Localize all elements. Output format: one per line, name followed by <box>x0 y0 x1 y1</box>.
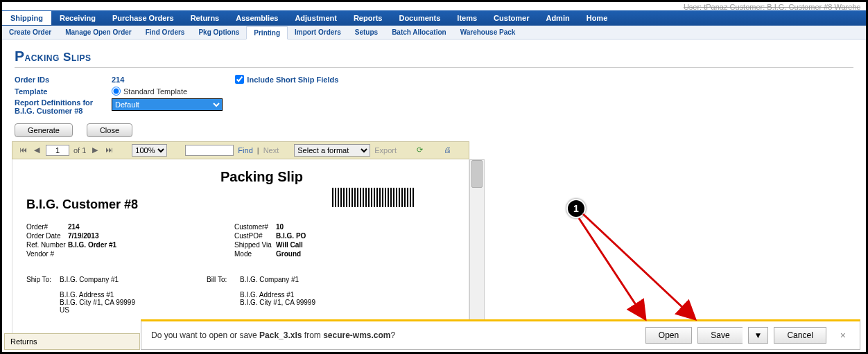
cancel-button[interactable]: Cancel <box>774 327 826 344</box>
order-ids-label: Order IDs <box>15 76 112 84</box>
shipto-label: Ship To: <box>26 276 60 314</box>
address-line: B.I.G. Address #1 <box>240 291 315 299</box>
mainnav-item-assemblies[interactable]: Assemblies <box>227 11 286 25</box>
mainnav-item-purchase-orders[interactable]: Purchase Orders <box>104 11 182 25</box>
top-user-info: User: tPanaz Customer: B.I.G. Customer #… <box>684 3 860 11</box>
next-page-icon[interactable]: ▶ <box>90 145 100 155</box>
subnav-item-pkg-options[interactable]: Pkg Options <box>191 26 246 38</box>
address-line <box>60 283 135 291</box>
field-value: 7/19/2013 <box>68 232 99 240</box>
mainnav-item-returns[interactable]: Returns <box>182 11 228 25</box>
field-value: 214 <box>68 223 80 231</box>
open-button[interactable]: Open <box>645 327 692 344</box>
generate-button[interactable]: Generate <box>15 123 73 137</box>
mainnav-item-adjustment[interactable]: Adjustment <box>286 11 345 25</box>
field-value: Will Call <box>276 241 303 249</box>
page-total: of 1 <box>73 146 86 154</box>
export-link[interactable]: Export <box>374 146 397 154</box>
field-label: Vendor # <box>26 250 68 258</box>
scrollbar-thumb[interactable] <box>471 160 483 188</box>
mainnav-item-admin[interactable]: Admin <box>537 11 578 25</box>
subnav-item-batch-allocation[interactable]: Batch Allocation <box>385 26 453 38</box>
export-format-select[interactable]: Select a format <box>294 144 370 157</box>
main-nav: ShippingReceivingPurchase OrdersReturnsA… <box>2 10 866 26</box>
mainnav-item-reports[interactable]: Reports <box>345 11 391 25</box>
report-toolbar: ⏮ ◀ of 1 ▶ ⏭ 100% Find | Next Select a f… <box>12 141 469 159</box>
subnav-item-warehouse-pack[interactable]: Warehouse Pack <box>453 26 523 38</box>
save-button[interactable]: Save <box>697 327 742 344</box>
refresh-icon[interactable]: ⟳ <box>415 145 424 155</box>
prev-page-icon[interactable]: ◀ <box>32 145 42 155</box>
print-icon[interactable]: 🖨 <box>442 145 452 155</box>
annotation-badge-1: 1 <box>566 199 586 218</box>
field-label: CustPO# <box>234 232 276 240</box>
include-short-ship-label: Include Short Ship Fields <box>247 76 338 84</box>
field-label: Order Date <box>26 232 68 240</box>
mainnav-item-documents[interactable]: Documents <box>390 11 449 25</box>
mainnav-item-items[interactable]: Items <box>449 11 485 25</box>
last-page-icon[interactable]: ⏭ <box>104 145 114 155</box>
mainnav-item-home[interactable]: Home <box>578 11 616 25</box>
page-number-input[interactable] <box>46 145 69 156</box>
template-standard-radio[interactable] <box>112 87 121 96</box>
report-title: Packing Slip <box>220 169 455 185</box>
address-line <box>240 283 315 291</box>
find-link[interactable]: Find <box>238 146 252 154</box>
barcode <box>332 188 415 207</box>
close-icon[interactable]: × <box>836 330 850 341</box>
download-notification-bar: Do you want to open or save Pack_3.xls f… <box>141 319 860 350</box>
mainnav-item-customer[interactable]: Customer <box>485 11 537 25</box>
template-label: Template <box>15 87 112 96</box>
first-page-icon[interactable]: ⏮ <box>18 145 28 155</box>
include-short-ship-checkbox[interactable] <box>235 75 244 84</box>
template-value: Standard Template <box>123 87 187 96</box>
field-label: Mode <box>234 250 276 258</box>
field-value: Ground <box>276 250 301 258</box>
address-line: B.I.G. Address #1 <box>60 291 135 299</box>
subnav-item-printing[interactable]: Printing <box>246 26 288 39</box>
reportdef-label: Report Definitions for B.I.G. Customer #… <box>15 98 112 115</box>
mainnav-item-shipping[interactable]: Shipping <box>2 11 51 25</box>
subnav-item-import-orders[interactable]: Import Orders <box>288 26 348 38</box>
address-line: B.I.G. Company #1 <box>240 276 315 283</box>
returns-tab[interactable]: Returns <box>4 333 140 350</box>
address-line: B.I.G. City #1, CA 99999 <box>240 299 315 306</box>
billto-label: Bill To: <box>207 276 240 306</box>
subnav-item-manage-open-order[interactable]: Manage Open Order <box>58 26 139 38</box>
order-ids-value: 214 <box>112 76 124 84</box>
address-line: B.I.G. Company #1 <box>60 276 135 283</box>
subnav-item-find-orders[interactable]: Find Orders <box>139 26 192 38</box>
field-value: B.I.G. PO <box>276 232 306 240</box>
report-scrollbar[interactable] <box>469 159 485 339</box>
report-customer-name: B.I.G. Customer #8 <box>26 197 138 212</box>
reportdef-select[interactable]: Default <box>112 98 223 111</box>
field-value: B.I.G. Order #1 <box>68 241 116 249</box>
toolbar-sep: | <box>257 146 259 154</box>
page-body: Packing Slips Order IDs 214 Include Shor… <box>2 39 866 345</box>
subnav-item-create-order[interactable]: Create Order <box>2 26 58 38</box>
sub-nav: Create OrderManage Open OrderFind Orders… <box>2 26 866 39</box>
close-button[interactable]: Close <box>87 123 132 137</box>
subnav-item-setups[interactable]: Setups <box>348 26 385 38</box>
find-input[interactable] <box>185 145 234 156</box>
field-label: Shipped Via <box>234 241 276 249</box>
field-label: Ref. Number <box>26 241 68 249</box>
field-label: Order# <box>26 223 68 231</box>
field-label: Customer# <box>234 223 276 231</box>
next-result-link[interactable]: Next <box>263 146 279 154</box>
page-title: Packing Slips <box>15 48 853 68</box>
address-line: US <box>60 306 135 314</box>
download-message: Do you want to open or save Pack_3.xls f… <box>151 330 640 340</box>
mainnav-item-receiving[interactable]: Receiving <box>51 11 104 25</box>
report-preview: Packing Slip B.I.G. Customer #8 Order#21… <box>12 159 469 339</box>
save-dropdown-button[interactable]: ▼ <box>748 327 769 344</box>
address-line: B.I.G. City #1, CA 99999 <box>60 299 135 306</box>
zoom-select[interactable]: 100% <box>132 144 167 157</box>
field-value: 10 <box>276 223 284 231</box>
